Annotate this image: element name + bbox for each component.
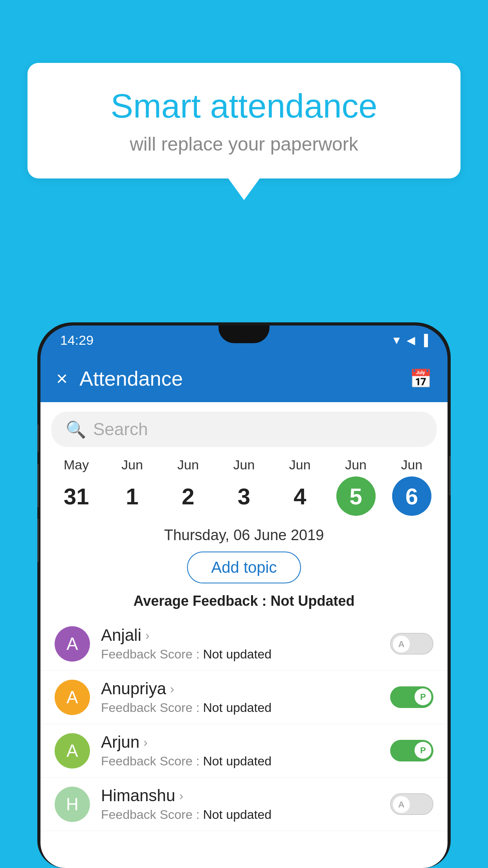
student-info: Himanshu ›Feedback Score : Not updated: [101, 786, 390, 822]
student-info: Anjali ›Feedback Score : Not updated: [101, 626, 390, 662]
phone-frame: 14:29 ▼ ◀ ▐ × Attendance 📅 🔍 Search May3…: [37, 322, 451, 868]
student-avatar: A: [55, 733, 90, 769]
day-month-label: Jun: [289, 457, 311, 473]
student-name[interactable]: Anjali ›: [101, 626, 390, 645]
attendance-toggle-present[interactable]: P: [390, 686, 433, 708]
calendar-strip: May31Jun1Jun2Jun3Jun4Jun5Jun6: [40, 453, 448, 516]
day-number: 3: [224, 476, 264, 516]
attendance-toggle-absent[interactable]: A: [390, 633, 433, 655]
attendance-toggle-present[interactable]: P: [390, 740, 433, 761]
student-feedback: Feedback Score : Not updated: [101, 807, 390, 822]
avg-feedback: Average Feedback : Not Updated: [40, 593, 448, 609]
status-bar: 14:29 ▼ ◀ ▐: [40, 326, 448, 355]
volume-up-button: [37, 464, 39, 507]
student-list: AAnjali ›Feedback Score : Not updatedAAA…: [40, 617, 448, 831]
feedback-value: Not updated: [203, 754, 272, 768]
status-time: 14:29: [60, 333, 94, 348]
calendar-day-6[interactable]: Jun6: [388, 457, 435, 516]
day-number: 2: [169, 476, 208, 516]
student-avatar: A: [55, 626, 90, 662]
calendar-day-5[interactable]: Jun5: [332, 457, 380, 516]
speech-bubble: Smart attendance will replace your paper…: [28, 63, 460, 178]
student-avatar: H: [55, 787, 90, 822]
calendar-day-31[interactable]: May31: [53, 457, 100, 516]
speech-bubble-title: Smart attendance: [59, 86, 429, 125]
app-bar-title: Attendance: [79, 367, 409, 390]
chevron-right-icon: ›: [145, 628, 150, 643]
signal-icon: ◀: [407, 334, 415, 347]
battery-icon: ▐: [420, 334, 428, 347]
phone-inner: 14:29 ▼ ◀ ▐ × Attendance 📅 🔍 Search May3…: [40, 326, 448, 868]
phone-screen: 🔍 Search May31Jun1Jun2Jun3Jun4Jun5Jun6 T…: [40, 402, 448, 868]
student-name[interactable]: Anupriya ›: [101, 679, 390, 698]
chevron-right-icon: ›: [179, 789, 183, 803]
day-month-label: Jun: [401, 457, 422, 473]
student-feedback: Feedback Score : Not updated: [101, 701, 390, 715]
student-item: AArjun ›Feedback Score : Not updatedP: [40, 724, 448, 778]
feedback-value: Not updated: [203, 701, 272, 715]
day-number: 1: [112, 476, 152, 516]
day-month-label: Jun: [121, 457, 143, 473]
calendar-day-4[interactable]: Jun4: [276, 457, 323, 516]
student-avatar: A: [55, 680, 90, 715]
student-info: Anupriya ›Feedback Score : Not updated: [101, 679, 390, 715]
power-button: [449, 456, 451, 495]
close-button[interactable]: ×: [56, 367, 68, 390]
student-name[interactable]: Arjun ›: [101, 733, 390, 752]
toggle-knob: A: [393, 636, 410, 653]
app-bar: × Attendance 📅: [40, 355, 448, 402]
notch: [218, 326, 270, 343]
toggle-knob: P: [415, 688, 431, 705]
calendar-day-3[interactable]: Jun3: [220, 457, 268, 516]
volume-down-button: [37, 519, 39, 562]
speech-bubble-subtitle: will replace your paperwork: [59, 133, 429, 155]
status-icons: ▼ ◀ ▐: [391, 334, 428, 347]
chevron-right-icon: ›: [143, 735, 148, 750]
day-month-label: Jun: [345, 457, 367, 473]
student-info: Arjun ›Feedback Score : Not updated: [101, 733, 390, 769]
toggle-knob: A: [393, 796, 410, 813]
search-bar[interactable]: 🔍 Search: [51, 412, 437, 447]
search-input[interactable]: Search: [93, 419, 148, 439]
student-item: AAnjali ›Feedback Score : Not updatedA: [40, 617, 448, 671]
calendar-day-2[interactable]: Jun2: [165, 457, 212, 516]
speech-bubble-wrapper: Smart attendance will replace your paper…: [28, 63, 460, 200]
avg-feedback-value: Not Updated: [270, 593, 354, 609]
day-number: 31: [57, 476, 96, 516]
wifi-icon: ▼: [391, 334, 402, 347]
search-icon: 🔍: [66, 420, 86, 439]
feedback-value: Not updated: [203, 807, 272, 822]
day-number: 5: [336, 476, 376, 516]
calendar-icon[interactable]: 📅: [409, 368, 432, 389]
day-month-label: May: [64, 457, 89, 473]
toggle-knob: P: [415, 742, 431, 759]
day-month-label: Jun: [177, 457, 199, 473]
day-number: 6: [392, 476, 431, 516]
avg-feedback-label: Average Feedback :: [134, 593, 267, 609]
volume-mute-button: [37, 425, 39, 452]
chevron-right-icon: ›: [170, 682, 174, 696]
feedback-value: Not updated: [203, 647, 272, 661]
student-feedback: Feedback Score : Not updated: [101, 647, 390, 662]
calendar-day-1[interactable]: Jun1: [108, 457, 156, 516]
student-item: AAnupriya ›Feedback Score : Not updatedP: [40, 671, 448, 724]
speech-bubble-arrow: [228, 178, 260, 200]
student-item: HHimanshu ›Feedback Score : Not updatedA: [40, 778, 448, 831]
day-month-label: Jun: [233, 457, 255, 473]
student-name[interactable]: Himanshu ›: [101, 786, 390, 805]
add-topic-button[interactable]: Add topic: [187, 552, 301, 583]
selected-date-label: Thursday, 06 June 2019: [40, 527, 448, 544]
day-number: 4: [280, 476, 319, 516]
student-feedback: Feedback Score : Not updated: [101, 754, 390, 769]
attendance-toggle-absent[interactable]: A: [390, 793, 433, 815]
